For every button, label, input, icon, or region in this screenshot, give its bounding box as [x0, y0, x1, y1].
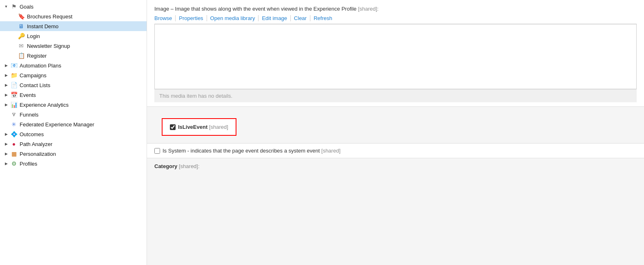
toggle-contact[interactable]: ▶	[3, 83, 9, 87]
sidebar-label-goals: Goals	[20, 4, 33, 10]
icon-brochures: 🔖	[17, 13, 25, 20]
image-toolbar: BrowsePropertiesOpen media libraryEdit i…	[154, 15, 637, 21]
issystem-checkbox[interactable]	[154, 148, 160, 154]
icon-federated: ✳	[10, 121, 18, 128]
sidebar-label-register: Register	[27, 53, 47, 59]
sidebar-item-login[interactable]: 🔑Login	[0, 31, 147, 41]
islive-shared-tag: [shared]	[209, 124, 228, 130]
icon-personalization: ▦	[10, 150, 18, 157]
sidebar-label-experience: Experience Analytics	[20, 102, 69, 108]
sidebar-item-funnels[interactable]: ⛛Funnels	[0, 110, 147, 119]
sidebar-item-outcomes[interactable]: ▶💠Outcomes	[0, 129, 147, 139]
sidebar-label-newsletter: Newsletter Signup	[27, 43, 70, 49]
toggle-profiles[interactable]: ▶	[3, 162, 9, 166]
toggle-path[interactable]: ▶	[3, 142, 9, 146]
sidebar-label-events: Events	[20, 92, 36, 98]
sidebar-item-register[interactable]: 📋Register	[0, 51, 147, 61]
toolbar-browse[interactable]: Browse	[154, 15, 176, 21]
toggle-automation[interactable]: ▶	[3, 63, 9, 67]
sidebar-label-federated: Federated Experience Manager	[20, 121, 94, 128]
toolbar-refresh[interactable]: Refresh	[310, 15, 336, 21]
main-panel: Image – Image that shows along with the …	[147, 0, 644, 265]
icon-campaigns: 📁	[10, 72, 18, 79]
sidebar-item-automation[interactable]: ▶📧Automation Plans	[0, 61, 147, 70]
icon-outcomes: 💠	[10, 131, 18, 137]
sidebar-label-path: Path Analyzer	[20, 141, 52, 147]
islive-wrapper: IsLiveEvent [shared]	[147, 107, 644, 143]
category-section: Category [shared]:	[147, 158, 644, 174]
image-field-label: Image – Image that shows along with the …	[154, 6, 637, 12]
toggle-experience[interactable]: ▶	[3, 103, 9, 107]
toggle-goals[interactable]: ▼	[3, 4, 9, 9]
sidebar-label-profiles: Profiles	[20, 161, 37, 167]
toolbar-open-media[interactable]: Open media library	[207, 15, 259, 21]
toggle-personalization[interactable]: ▶	[3, 152, 9, 156]
icon-contact: 📄	[10, 82, 18, 88]
sidebar-label-automation: Automation Plans	[20, 63, 61, 69]
image-field-label-text: Image – Image that shows along with the …	[154, 6, 357, 12]
issystem-label: Is System - indicates that the page even…	[163, 148, 341, 154]
toolbar-edit-image[interactable]: Edit image	[258, 15, 290, 21]
icon-login: 🔑	[17, 33, 25, 39]
image-preview-area	[154, 24, 637, 89]
sidebar-item-federated[interactable]: ✳Federated Experience Manager	[0, 119, 147, 129]
sidebar-label-personalization: Personalization	[20, 151, 56, 157]
icon-profiles: ⚙	[10, 160, 18, 167]
sidebar-item-goals[interactable]: ▼⚑Goals	[0, 2, 147, 11]
islive-section: IsLiveEvent [shared]	[162, 118, 236, 136]
media-no-details: This media item has no details.	[154, 89, 637, 102]
sidebar-label-instant-demo: Instant Demo	[27, 23, 58, 29]
icon-register: 📋	[17, 52, 25, 59]
category-shared-tag: [shared]:	[179, 163, 200, 169]
toggle-campaigns[interactable]: ▶	[3, 73, 9, 77]
sidebar-item-path[interactable]: ▶●Path Analyzer	[0, 139, 147, 149]
sidebar-item-instant-demo[interactable]: 🖥Instant Demo	[0, 21, 147, 31]
category-label: Category [shared]:	[154, 163, 200, 169]
image-shared-tag: [shared]:	[358, 6, 379, 12]
icon-experience: 📊	[10, 101, 18, 108]
image-preview-inner	[155, 24, 636, 77]
sidebar-label-login: Login	[27, 33, 40, 39]
sidebar-item-personalization[interactable]: ▶▦Personalization	[0, 149, 147, 159]
sidebar-label-campaigns: Campaigns	[20, 72, 47, 79]
islive-checkbox[interactable]	[170, 124, 176, 130]
icon-funnels: ⛛	[10, 111, 18, 118]
icon-goals: ⚑	[10, 3, 18, 10]
icon-instant-demo: 🖥	[17, 23, 25, 29]
sidebar-item-events[interactable]: ▶📅Events	[0, 90, 147, 100]
icon-events: 📅	[10, 92, 18, 98]
icon-newsletter: ✉	[17, 43, 25, 49]
toggle-outcomes[interactable]: ▶	[3, 132, 9, 136]
islive-label: IsLiveEvent [shared]	[178, 124, 228, 130]
sidebar-item-campaigns[interactable]: ▶📁Campaigns	[0, 70, 147, 80]
issystem-shared-tag: [shared]	[321, 148, 341, 154]
sidebar-label-outcomes: Outcomes	[20, 131, 44, 137]
icon-path: ●	[10, 141, 18, 147]
sidebar-item-contact[interactable]: ▶📄Contact Lists	[0, 80, 147, 90]
toolbar-clear[interactable]: Clear	[291, 15, 310, 21]
sidebar: ▼⚑Goals🔖Brochures Request🖥Instant Demo🔑L…	[0, 0, 147, 265]
toggle-events[interactable]: ▶	[3, 93, 9, 97]
sidebar-label-contact: Contact Lists	[20, 82, 50, 88]
sidebar-item-experience[interactable]: ▶📊Experience Analytics	[0, 100, 147, 110]
icon-automation: 📧	[10, 62, 18, 69]
sidebar-item-newsletter[interactable]: ✉Newsletter Signup	[0, 41, 147, 51]
sidebar-label-funnels: Funnels	[20, 112, 38, 118]
image-field-section: Image – Image that shows along with the …	[147, 0, 644, 107]
issystem-section: Is System - indicates that the page even…	[147, 144, 644, 158]
toolbar-properties[interactable]: Properties	[176, 15, 207, 21]
sidebar-item-profiles[interactable]: ▶⚙Profiles	[0, 159, 147, 168]
sidebar-label-brochures: Brochures Request	[27, 13, 72, 20]
sidebar-item-brochures[interactable]: 🔖Brochures Request	[0, 11, 147, 21]
